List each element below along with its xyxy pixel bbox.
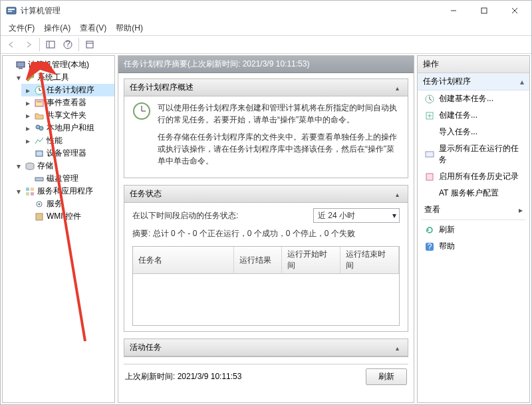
close-button[interactable] <box>499 1 530 21</box>
svg-rect-42 <box>426 152 434 157</box>
chevron-down-icon[interactable]: ▾ <box>15 162 23 170</box>
chevron-right-icon[interactable]: ▸ <box>24 86 32 94</box>
svg-rect-4 <box>481 8 487 13</box>
action-import-task[interactable]: 导入任务... <box>418 124 529 140</box>
menu-file[interactable]: 文件(F) <box>5 21 39 35</box>
tree-task-scheduler[interactable]: ▸ 任务计划程序 <box>21 84 114 96</box>
tree-event-viewer[interactable]: ▸ 事件查看器 <box>21 96 114 109</box>
svg-rect-1 <box>8 9 15 10</box>
collapse-button[interactable] <box>392 189 402 200</box>
collapse-icon[interactable]: ▴ <box>520 77 524 86</box>
center-header: 任务计划程序摘要(上次刷新时间: 2021/3/9 10:11:53) <box>118 56 414 73</box>
overview-group: 任务计划程序概述 可以使用任务计划程序来创建和管理计算机将在所指定的时间自动执行… <box>124 78 408 178</box>
tree-storage[interactable]: ▾ 存储 <box>12 160 114 172</box>
tree-wmi[interactable]: WMI 控件 <box>21 210 114 223</box>
action-at-config[interactable]: AT 服务帐户配置 <box>418 185 529 202</box>
svg-rect-43 <box>426 174 433 180</box>
wmi-icon <box>34 211 45 222</box>
tree-sys-tools[interactable]: ▾ 系统工具 <box>12 71 114 84</box>
chevron-down-icon[interactable]: ▾ <box>15 74 23 82</box>
svg-rect-11 <box>86 41 93 48</box>
status-period-dropdown[interactable]: 近 24 小时 ▾ <box>313 208 400 223</box>
app-icon <box>6 5 17 16</box>
overview-text-1: 可以使用任务计划程序来创建和管理计算机将在所指定的时间自动执行的常见任务。若要开… <box>158 102 400 126</box>
chevron-right-icon[interactable]: ▸ <box>24 99 32 107</box>
toolbar-help-button[interactable]: ? <box>60 37 76 53</box>
menu-help[interactable]: 帮助(H) <box>112 21 147 35</box>
svg-rect-14 <box>19 68 23 69</box>
collapse-button[interactable] <box>392 342 402 353</box>
svg-rect-32 <box>36 213 43 220</box>
status-summary: 摘要: 总计 0 个 - 0 个正在运行，0 个成功，0 个停止，0 个失败 <box>132 228 400 239</box>
tree-root[interactable]: 计算机管理(本地) <box>3 59 114 71</box>
svg-point-31 <box>39 203 41 205</box>
minimize-button[interactable] <box>438 1 469 21</box>
action-enable-history[interactable]: 启用所有任务历史记录 <box>418 168 529 185</box>
action-view-submenu[interactable]: 查看 ▸ <box>418 202 529 218</box>
storage-icon <box>25 161 35 172</box>
device-icon <box>34 148 45 159</box>
status-period-label: 在以下时间段启动的任务状态: <box>132 210 238 221</box>
actions-category: 任务计划程序 ▴ <box>418 73 529 90</box>
action-show-running[interactable]: 显示所有正在运行的任务 <box>418 140 529 168</box>
refresh-button[interactable]: 刷新 <box>366 368 407 385</box>
users-icon <box>34 123 45 134</box>
action-create-task[interactable]: 创建任务... <box>418 107 529 124</box>
svg-rect-7 <box>47 41 55 48</box>
active-tasks-group: 活动任务 <box>124 338 408 357</box>
center-pane: 任务计划程序摘要(上次刷新时间: 2021/3/9 10:11:53) 任务计划… <box>118 55 414 403</box>
computer-icon <box>15 60 26 70</box>
svg-point-15 <box>30 74 34 78</box>
performance-icon <box>34 136 45 146</box>
chevron-down-icon[interactable]: ▾ <box>15 188 23 196</box>
chevron-right-icon[interactable]: ▸ <box>24 137 32 145</box>
chevron-right-icon[interactable]: ▸ <box>24 124 32 132</box>
svg-rect-23 <box>36 151 43 156</box>
svg-rect-25 <box>35 178 43 181</box>
toolbar-props-button[interactable] <box>82 37 98 53</box>
new-task-icon <box>424 110 435 121</box>
svg-rect-27 <box>31 188 34 191</box>
menu-view[interactable]: 查看(V) <box>76 21 110 35</box>
window-title: 计算机管理 <box>21 5 438 17</box>
last-refresh-label: 上次刷新时间: 2021/3/9 10:11:53 <box>125 371 241 382</box>
toolbar-pane-button[interactable] <box>43 37 59 53</box>
folder-icon <box>34 110 45 121</box>
tree-disk-mgmt[interactable]: 磁盘管理 <box>21 172 114 185</box>
tree-pane[interactable]: 计算机管理(本地) ▾ 系统工具 ▸ 任务计划程序 ▸ 事件查看器 ▸ 共享文件… <box>2 55 115 403</box>
svg-text:?: ? <box>66 40 70 49</box>
disk-icon <box>34 174 45 184</box>
tree-performance[interactable]: ▸ 性能 <box>21 134 114 147</box>
status-group: 任务状态 在以下时间段启动的任务状态: 近 24 小时 ▾ 摘要: 总计 0 个… <box>124 185 408 332</box>
tree-services-apps[interactable]: ▾ 服务和应用程序 <box>12 185 114 198</box>
tree-shared-folders[interactable]: ▸ 共享文件夹 <box>21 109 114 122</box>
action-create-basic-task[interactable]: 创建基本任务... <box>418 90 529 107</box>
separator <box>422 219 525 220</box>
col-end-time[interactable]: 运行结束时间 <box>340 247 399 274</box>
nav-forward-button <box>21 37 37 53</box>
main-area: 计算机管理(本地) ▾ 系统工具 ▸ 任务计划程序 ▸ 事件查看器 ▸ 共享文件… <box>1 54 531 404</box>
center-scroll[interactable]: 任务计划程序概述 可以使用任务计划程序来创建和管理计算机将在所指定的时间自动执行… <box>118 73 414 402</box>
tree-device-manager[interactable]: 设备管理器 <box>21 147 114 160</box>
maximize-button[interactable] <box>469 1 499 21</box>
clock-icon <box>132 102 151 172</box>
status-table[interactable]: 任务名 运行结果 运行开始时间 运行结束时间 <box>132 246 400 326</box>
collapse-button[interactable] <box>392 82 402 93</box>
actions-pane: 操作 任务计划程序 ▴ 创建基本任务... 创建任务... 导入任务... 显示… <box>417 55 530 403</box>
tree-local-users[interactable]: ▸ 本地用户和组 <box>21 122 114 134</box>
chevron-right-icon[interactable]: ▸ <box>24 112 32 120</box>
action-refresh[interactable]: 刷新 <box>418 221 529 238</box>
overview-title: 任务计划程序概述 <box>130 82 194 93</box>
menu-bar: 文件(F) 操作(A) 查看(V) 帮助(H) <box>1 21 531 35</box>
col-task-name[interactable]: 任务名 <box>133 247 234 274</box>
svg-rect-13 <box>17 62 25 67</box>
services-apps-icon <box>25 186 35 197</box>
col-result[interactable]: 运行结果 <box>234 247 282 274</box>
tools-icon <box>25 72 35 83</box>
col-start-time[interactable]: 运行开始时间 <box>282 247 340 274</box>
svg-rect-26 <box>26 188 29 191</box>
action-help[interactable]: ? 帮助 <box>418 238 529 255</box>
menu-action[interactable]: 操作(A) <box>40 21 74 35</box>
chevron-right-icon: ▸ <box>519 205 523 215</box>
tree-services[interactable]: 服务 <box>21 198 114 210</box>
